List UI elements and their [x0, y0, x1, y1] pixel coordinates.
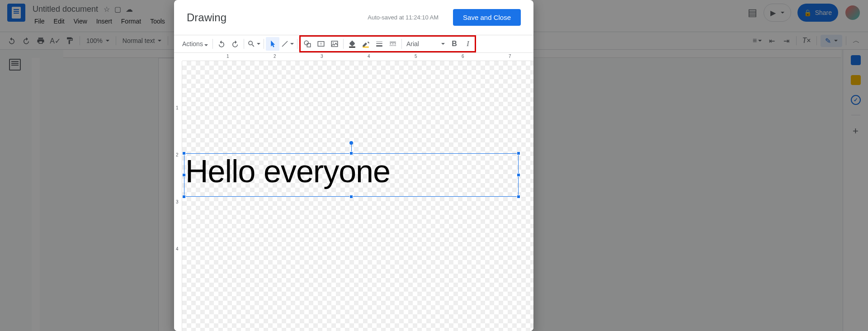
font-select[interactable]: Arial: [404, 40, 440, 47]
svg-rect-20: [395, 45, 396, 46]
resize-handle-ml[interactable]: [182, 173, 186, 177]
svg-point-1: [304, 41, 308, 45]
resize-handle-tl[interactable]: [182, 151, 186, 155]
svg-rect-11: [376, 45, 382, 47]
undo-button[interactable]: [215, 37, 228, 51]
select-tool[interactable]: [266, 37, 279, 51]
svg-rect-10: [376, 43, 382, 44]
resize-handle-tr[interactable]: [517, 151, 520, 155]
rotation-handle[interactable]: [349, 141, 353, 145]
svg-rect-8: [363, 47, 369, 47]
svg-rect-17: [391, 45, 392, 46]
drawing-dialog: Drawing Auto-saved at 11:24:10 AM Save a…: [174, 0, 533, 331]
rotation-line: [351, 145, 352, 152]
drawing-ruler-h: 1 2 3 4 5 6 7: [182, 53, 533, 61]
actions-menu[interactable]: Actions: [179, 40, 211, 47]
svg-rect-15: [395, 43, 396, 44]
drawing-canvas[interactable]: Hello everyone: [182, 61, 533, 331]
svg-line-0: [282, 41, 288, 47]
svg-rect-19: [394, 45, 395, 46]
shape-tool[interactable]: [301, 37, 314, 51]
resize-handle-bm[interactable]: [349, 195, 353, 199]
textbox-content[interactable]: Hello everyone: [184, 154, 518, 187]
resize-handle-tm[interactable]: [349, 151, 353, 155]
border-color-button[interactable]: [359, 37, 373, 51]
svg-rect-13: [390, 43, 391, 44]
bold-button[interactable]: B: [448, 37, 461, 51]
image-tool[interactable]: [328, 37, 341, 51]
highlighted-toolbar-region: T Arial B I: [299, 35, 476, 52]
drawing-title: Drawing: [187, 11, 226, 24]
resize-handle-br[interactable]: [517, 195, 520, 199]
svg-text:T: T: [320, 42, 322, 46]
svg-rect-2: [307, 43, 311, 47]
italic-button[interactable]: I: [461, 37, 475, 51]
svg-point-6: [333, 43, 334, 43]
save-and-close-button[interactable]: Save and Close: [453, 9, 521, 26]
border-weight-button[interactable]: [373, 37, 386, 51]
svg-rect-16: [390, 45, 391, 46]
border-dash-button[interactable]: [386, 37, 400, 51]
zoom-button[interactable]: [246, 37, 262, 51]
selected-textbox[interactable]: Hello everyone: [184, 153, 519, 197]
redo-button[interactable]: [228, 37, 242, 51]
line-tool[interactable]: [279, 37, 295, 51]
svg-rect-14: [392, 43, 393, 44]
resize-handle-bl[interactable]: [182, 195, 186, 199]
resize-handle-mr[interactable]: [517, 173, 520, 177]
svg-rect-12: [390, 42, 396, 43]
autosave-status: Auto-saved at 11:24:10 AM: [368, 14, 439, 21]
font-dropdown-icon[interactable]: [441, 43, 445, 45]
fill-color-button[interactable]: [345, 37, 359, 51]
svg-rect-7: [349, 47, 355, 47]
svg-rect-18: [392, 45, 393, 46]
textbox-tool[interactable]: T: [314, 37, 328, 51]
svg-rect-9: [376, 42, 382, 42]
drawing-ruler-v: 1 2 3 4: [174, 61, 182, 331]
